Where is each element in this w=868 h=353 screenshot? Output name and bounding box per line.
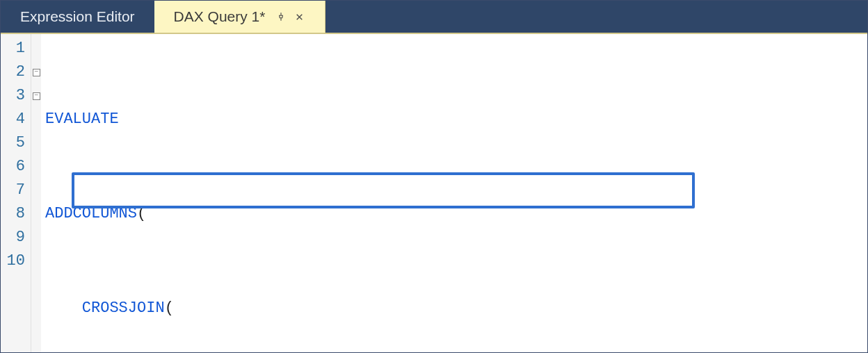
indent [45, 297, 82, 320]
tab-expression-editor[interactable]: Expression Editor [1, 1, 154, 33]
line-number-gutter: 1 2 3 4 5 6 7 8 9 10 [1, 34, 31, 352]
line-number: 2 [3, 60, 25, 84]
text-token: ( [137, 202, 146, 226]
tab-dax-query[interactable]: DAX Query 1* [154, 1, 326, 33]
text-token: ( [165, 297, 174, 320]
pin-icon[interactable] [275, 10, 287, 23]
line-number: 10 [3, 249, 25, 273]
line-number: 8 [3, 202, 25, 226]
tab-label: DAX Query 1* [174, 8, 266, 25]
line-number: 3 [3, 84, 25, 108]
close-icon[interactable] [293, 10, 305, 23]
code-editor[interactable]: 1 2 3 4 5 6 7 8 9 10 − − EVALUATE ADDCOL… [1, 34, 867, 352]
code-line: ADDCOLUMNS( [44, 202, 867, 226]
line-number: 5 [3, 131, 25, 155]
line-number: 9 [3, 226, 25, 249]
function-token: ADDCOLUMNS [45, 202, 137, 226]
tab-label: Expression Editor [20, 8, 135, 25]
tab-bar: Expression Editor DAX Query 1* [1, 1, 867, 34]
fold-toggle-icon[interactable]: − [33, 69, 40, 76]
line-number: 4 [3, 108, 25, 131]
line-number: 6 [3, 155, 25, 179]
fold-gutter: − − [31, 34, 41, 352]
fold-toggle-icon[interactable]: − [33, 92, 40, 100]
line-number: 7 [3, 179, 25, 202]
app-root: Expression Editor DAX Query 1* 1 2 3 4 5… [0, 0, 868, 353]
code-line: CROSSJOIN( [44, 297, 867, 320]
keyword-token: EVALUATE [45, 108, 119, 131]
code-area[interactable]: EVALUATE ADDCOLUMNS( CROSSJOIN( VALUES(M… [41, 34, 867, 352]
line-number: 1 [3, 37, 25, 60]
function-token: CROSSJOIN [82, 297, 165, 320]
code-line: EVALUATE [44, 108, 867, 131]
